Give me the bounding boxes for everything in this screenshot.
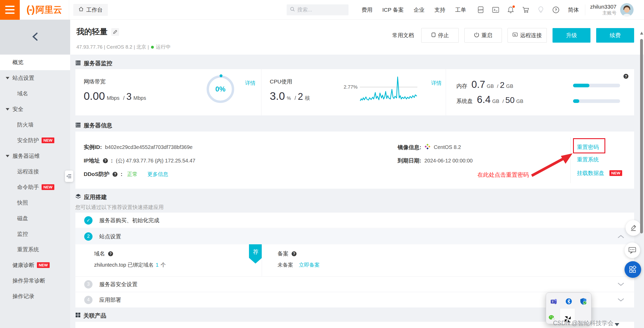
lightbulb-icon[interactable] (537, 6, 544, 14)
scrollbar-thumb[interactable] (640, 39, 643, 233)
chevron-up-icon[interactable] (617, 233, 624, 240)
step3-label: 服务器安全设置 (99, 281, 137, 288)
widgets-button[interactable] (625, 261, 641, 278)
aliyun-logo-mark: (-) (27, 4, 34, 15)
sidebar-item-operation-records[interactable]: 操作记录 (0, 288, 70, 304)
stop-icon (431, 32, 436, 39)
remote-desktop-icon (512, 32, 518, 39)
caret-down-icon (6, 155, 9, 157)
global-search[interactable] (287, 4, 349, 15)
chevron-down-icon[interactable] (617, 281, 624, 287)
aliyun-logo[interactable]: (-) 阿里云 (27, 4, 62, 16)
scroll-up-arrow[interactable] (640, 32, 643, 35)
nav-item-support[interactable]: 支持 (434, 6, 445, 14)
help-question-icon[interactable]: ? (623, 74, 628, 79)
teams-icon[interactable]: T (550, 298, 557, 306)
workbench-label: 工作台 (86, 6, 103, 14)
chevron-down-icon[interactable] (617, 297, 624, 303)
language-selector[interactable]: 简体 (568, 6, 579, 14)
caret-down-icon (6, 77, 9, 79)
annotation-arrow (530, 150, 575, 179)
edit-name-button[interactable] (111, 28, 119, 36)
sidebar-item-monitoring[interactable]: 监控 (0, 226, 70, 242)
sidebar-group-server-ops[interactable]: 服务器运维 (0, 148, 70, 164)
cpu-value: 3.0 (270, 90, 285, 102)
chat-support-button[interactable] (625, 242, 640, 258)
icp-register-link[interactable]: 立即备案 (299, 261, 320, 268)
setup-step-2-header[interactable]: 2 站点设置 (75, 228, 634, 244)
terminal-icon[interactable] (492, 6, 499, 14)
step-number-icon: 3 (84, 280, 93, 288)
hamburger-menu-button[interactable] (0, 0, 20, 20)
step2-label: 站点设置 (99, 233, 121, 240)
sidebar-item-disk[interactable]: 磁盘 (0, 211, 70, 226)
server-icon (75, 122, 81, 129)
reset-system-link[interactable]: 重置系统 (577, 156, 599, 163)
sidebar-item-firewall[interactable]: 防火墙 (0, 117, 70, 133)
domain-count[interactable]: 1 (156, 262, 159, 268)
account-role: 主账号 (590, 10, 616, 16)
bandwidth-detail-link[interactable]: 详情 (245, 80, 255, 87)
help-question-icon[interactable]: ? (108, 251, 113, 256)
sidebar-item-op-exception-diagnosis[interactable]: 操作异常诊断 (0, 273, 70, 288)
nav-item-icp[interactable]: ICP 备案 (382, 6, 404, 14)
nav-icon-group: APP ? (477, 6, 560, 14)
common-docs-link[interactable]: 常用文档 (392, 32, 414, 39)
image-label: 镜像信息: (398, 144, 421, 151)
ddos-more-link[interactable]: 更多信息 (147, 171, 168, 178)
cpu-ref-value: 2.77% (339, 84, 358, 90)
renew-button[interactable]: 续费 (596, 28, 634, 43)
sidebar-collapse-button[interactable] (0, 20, 70, 55)
avatar[interactable] (620, 3, 634, 17)
setup-step-2-content: 域名 ? zhiluntech.top 已绑定域名 1 个 荐 备案 (75, 244, 634, 276)
mount-data-disk-link[interactable]: 挂载数据盘 NEW (577, 169, 622, 177)
ip-value: (公) 47.93.77.76 (内) 172.25.54.47 (116, 157, 195, 164)
svg-text:荐: 荐 (253, 249, 259, 255)
help-question-icon[interactable]: ? (113, 172, 117, 177)
nav-item-tickets[interactable]: 工单 (455, 6, 466, 14)
sidebar-item-domain[interactable]: 域名 (0, 86, 70, 101)
feedback-pencil-button[interactable] (626, 220, 641, 236)
caret-down-icon (6, 108, 9, 110)
search-icon (290, 7, 295, 13)
help-question-icon[interactable]: ? (103, 158, 108, 163)
help-question-icon[interactable]: ? (292, 251, 297, 256)
sidebar-item-security-protection[interactable]: 安全防护NEW (0, 133, 70, 148)
sidebar-group-site-settings[interactable]: 站点设置 (0, 70, 70, 86)
workbench-button[interactable]: 工作台 (73, 4, 108, 16)
nav-item-enterprise[interactable]: 企业 (413, 6, 424, 14)
sidebar-item-reset-system[interactable]: 重置系统 (0, 242, 70, 257)
sidebar-item-remote-connect[interactable]: 远程连接 (0, 164, 70, 179)
memory-used: 0.7 (471, 79, 485, 90)
cart-icon[interactable] (522, 6, 529, 14)
sidebar-item-overview[interactable]: 概览 (0, 55, 70, 70)
remote-connect-button[interactable]: 远程连接 (508, 28, 547, 43)
sidebar-resize-handle[interactable] (65, 170, 73, 182)
stop-button[interactable]: 停止 (421, 28, 459, 43)
domain-value: zhiluntech.top 已绑定域名 (94, 261, 154, 268)
search-input[interactable] (297, 7, 341, 13)
setup-step-3[interactable]: 3 服务器安全设置 (75, 276, 634, 292)
watermark-triangle-icon (615, 323, 619, 326)
sidebar-item-health-diagnosis[interactable]: 健康诊断NEW (0, 257, 70, 273)
nav-item-billing[interactable]: 费用 (362, 6, 372, 14)
bluetooth-icon[interactable] (565, 297, 573, 305)
gauge-dot (220, 74, 222, 77)
sidebar: 概览 站点设置 域名 安全 防火墙 安全防护NEW 服务器运维 远程连接 命令助… (0, 20, 70, 328)
notification-bell-icon[interactable] (507, 6, 514, 14)
page-scrollbar[interactable] (640, 20, 643, 328)
account-menu[interactable]: zhilun3307 主账号 (590, 3, 616, 16)
sidebar-item-command-assistant[interactable]: 命令助手NEW (0, 179, 70, 195)
page-title: 我的轻量 (76, 27, 108, 37)
app-icon[interactable]: APP (477, 6, 484, 14)
defender-shield-icon[interactable] (579, 297, 587, 305)
upgrade-button[interactable]: 升级 (553, 28, 590, 43)
icp-cell: 备案 ? 未备案 立即备案 (262, 244, 634, 276)
sidebar-group-security[interactable]: 安全 (0, 101, 70, 117)
memory-label: 内存 (456, 82, 467, 90)
cpu-detail-link[interactable]: 详情 (431, 80, 442, 87)
sidebar-item-snapshot[interactable]: 快照 (0, 195, 70, 211)
reboot-button[interactable]: 重启 (464, 28, 502, 43)
help-icon[interactable]: ? (552, 6, 560, 14)
domain-label: 域名 (94, 250, 105, 257)
